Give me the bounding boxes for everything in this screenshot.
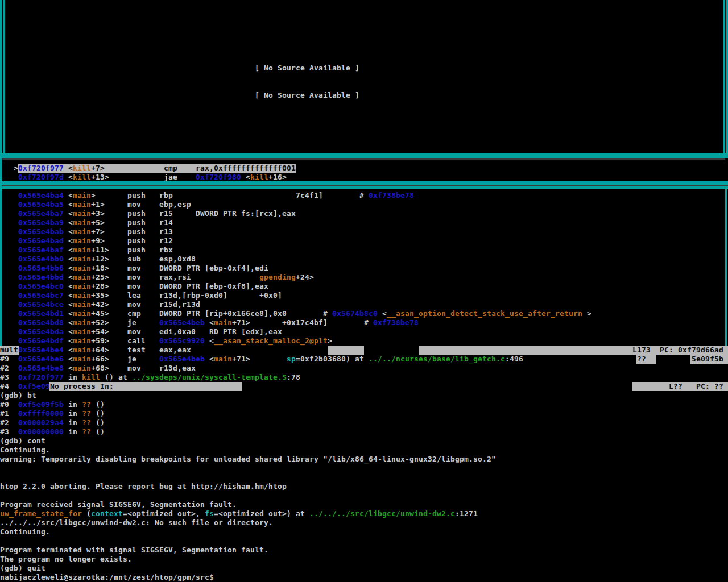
- source-window-left-border: [3, 0, 5, 154]
- terminal-text: <: [68, 364, 73, 373]
- terminal-text: r13: [159, 227, 173, 236]
- terminal-text: call: [127, 336, 146, 346]
- terminal-text: +7>: [91, 227, 105, 236]
- terminal-text: <: [68, 164, 73, 173]
- terminal-text: sp: [287, 355, 296, 364]
- terminal-text: ../../../src/libgcc/unwind-dw2.c: No suc…: [0, 518, 273, 527]
- terminal-text: +52>: [91, 318, 109, 327]
- terminal-text: +11>: [91, 246, 109, 255]
- terminal-text: +3>: [91, 209, 105, 218]
- terminal-text: main: [73, 282, 91, 291]
- terminal-text: 0x5674b8c0: [332, 309, 378, 318]
- terminal-text: je: [127, 355, 136, 364]
- terminal-text: <: [68, 291, 73, 300]
- terminal-text: >: [91, 191, 96, 200]
- terminal-text: <: [68, 318, 73, 327]
- terminal-text: edi,0xa0: [159, 327, 196, 336]
- terminal-text: kill: [82, 373, 100, 382]
- terminal-text: main: [214, 355, 232, 364]
- terminal-text: fs: [205, 509, 214, 518]
- terminal-text: +35>: [91, 291, 109, 300]
- terminal-text: +28>: [91, 282, 109, 291]
- terminal-text: 0x000029a4: [18, 418, 64, 427]
- terminal-text: main: [73, 327, 91, 336]
- terminal-text: 0x565e4ba9: [18, 218, 64, 227]
- terminal-text: __asan_stack_malloc_2@plt: [214, 336, 328, 346]
- frame-number: #4: [0, 382, 9, 391]
- terminal-text: >: [587, 309, 592, 318]
- terminal-text: push: [127, 236, 146, 246]
- terminal-text: 0x565e4bdf: [18, 336, 64, 346]
- gdb-command: (gdb) bt: [0, 391, 36, 400]
- terminal-text: (): [96, 427, 105, 436]
- asm-window-top-border-b: [0, 186, 728, 189]
- terminal-text: 0x565e4bab: [18, 227, 64, 236]
- terminal-text: DWORD PTR [ebp-0xf8],eax: [159, 282, 268, 291]
- terminal-text: +0x17c4bf]: [282, 318, 328, 327]
- terminal-text: +5>: [91, 218, 105, 227]
- terminal-text: <: [68, 282, 73, 291]
- function-name: uw_frame_state_for: [0, 509, 82, 518]
- terminal-text: in: [68, 373, 77, 382]
- source-window-right-border: [723, 0, 725, 154]
- terminal-text: main: [73, 309, 91, 318]
- terminal-text: 0xf5e09: [18, 382, 50, 391]
- terminal-text: 0x565e4beb: [159, 355, 205, 364]
- terminal-text: rax,rsi: [159, 273, 191, 282]
- terminal-text: mov: [127, 327, 141, 336]
- terminal-text: #: [323, 309, 328, 318]
- terminal-text: RD PTR [edx],eax: [209, 327, 282, 336]
- mnemonic: jae: [164, 173, 177, 182]
- terminal-text: <: [68, 200, 73, 209]
- terminal-text: main: [73, 300, 91, 309]
- terminal-text: +45>: [91, 309, 109, 318]
- terminal-text: <: [68, 209, 73, 218]
- terminal-text: 0x565e4bb0: [18, 255, 64, 264]
- terminal-text: main: [73, 218, 91, 227]
- no-source-label: [ No Source Available ]: [255, 64, 359, 73]
- operands: rax,0xfffffffffffff001: [196, 164, 296, 173]
- terminal-text: in: [68, 400, 77, 409]
- terminal-text: +64>: [91, 346, 109, 355]
- terminal-text: +0x0]: [259, 291, 282, 300]
- terminal-text: <: [68, 273, 73, 282]
- terminal-text: <: [68, 227, 73, 236]
- asm-address: 0xf720f977: [18, 164, 64, 173]
- terminal-text: 0x565e4be6: [18, 355, 64, 364]
- terminal-text: Continuing.: [0, 446, 50, 455]
- terminal-text: DWORD PTR [ebp-0xf4],edi: [159, 264, 268, 273]
- terminal-text: kill: [250, 173, 268, 182]
- terminal-text: 0x565e4bda: [18, 327, 64, 336]
- terminal-text: :78: [287, 373, 300, 382]
- terminal-text: cmp: [127, 309, 141, 318]
- terminal-text: 0xf720f980: [196, 173, 241, 182]
- terminal-text: context: [91, 509, 123, 518]
- terminal-text: main: [73, 227, 91, 236]
- terminal-text: (): [96, 418, 105, 427]
- terminal-text: 0x565e4bad: [18, 236, 64, 246]
- terminal-text: push: [127, 218, 146, 227]
- source-window-bottom-border: [0, 153, 728, 158]
- terminal-text: push: [127, 209, 146, 218]
- source-path: ../../../src/libgcc/unwind-dw2.c: [309, 509, 455, 518]
- terminal-text: DWORD PTR fs:[rcx],eax: [196, 209, 296, 218]
- terminal-text: mov: [127, 300, 141, 309]
- terminal-text: <: [246, 173, 250, 182]
- fragment-mult: mult: [0, 346, 18, 355]
- signal-message: Program received signal SIGSEGV, Segment…: [0, 500, 237, 509]
- gdb-warning: warning: Temporarily disabling breakpoin…: [0, 455, 496, 464]
- terminal-text: (): [96, 409, 105, 418]
- terminal-screen[interactable]: [ No Source Available ][ No Source Avail…: [0, 0, 728, 582]
- terminal-text: <: [209, 336, 214, 346]
- source-window-bottom-shadow: [2, 158, 725, 160]
- gdb-command: (gdb) cont: [0, 436, 46, 446]
- terminal-text: <: [68, 191, 73, 200]
- asm-address: 0xf720f97d: [18, 173, 64, 182]
- terminal-text: lea: [127, 291, 141, 300]
- terminal-text: test: [127, 346, 146, 355]
- terminal-text: ??: [637, 355, 646, 364]
- terminal-text: push: [127, 246, 146, 255]
- terminal-text: (: [86, 509, 91, 518]
- terminal-text: 0x565e4bc7: [18, 291, 64, 300]
- pc-marker: >: [14, 164, 18, 173]
